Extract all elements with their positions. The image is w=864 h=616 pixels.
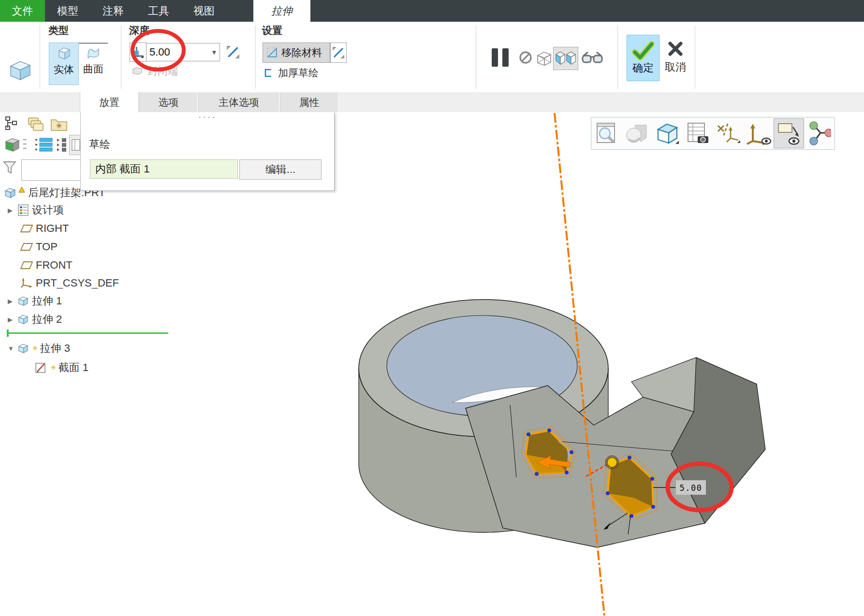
tree-item-right-plane[interactable]: RIGHT (20, 221, 69, 236)
spin-center-button[interactable] (804, 118, 835, 148)
pause-icon (502, 48, 509, 67)
green-cube-icon (4, 137, 20, 152)
ring-wall[interactable] (359, 368, 608, 532)
pause-icon (492, 48, 498, 67)
depth-value-input[interactable] (146, 43, 215, 61)
in-graphics-toolbar (591, 117, 835, 150)
cancel-x-icon (667, 41, 684, 57)
direction-arrow[interactable] (537, 456, 571, 469)
extrude-icon (17, 296, 29, 306)
dashboard-tab-strip: 放置 选项 主体选项 属性 (0, 92, 864, 112)
thicken-sketch-toggle[interactable]: 加厚草绘 (263, 66, 319, 80)
thicken-sketch-label: 加厚草绘 (278, 66, 319, 80)
sketch-offset-outline (604, 454, 657, 520)
refit-zoom-button[interactable] (591, 118, 622, 148)
arm-side-face[interactable] (671, 358, 765, 523)
show-tree-button[interactable] (4, 137, 20, 154)
depth-dropdown-button[interactable]: ▼ (209, 43, 220, 61)
extrude-dashboard: 类型 实体 曲面 深度 (0, 22, 864, 92)
wireframe-preview-button[interactable] (535, 50, 553, 69)
sketch-leader-line (586, 463, 609, 476)
remove-material-button[interactable]: 移除材料 (263, 43, 330, 63)
expand-arrow-icon[interactable]: ▶ (8, 298, 15, 305)
ring-top-face[interactable] (359, 300, 608, 437)
panel-drag-handle[interactable]: ···· (81, 113, 334, 120)
top-tab-bar: 文件 模型 注释 工具 视图 拉伸 (0, 0, 864, 22)
saved-views-button[interactable] (683, 118, 713, 148)
expand-arrow-icon[interactable]: ▶ (8, 207, 15, 214)
tree-filter-input[interactable] (21, 159, 81, 181)
tree-item-top-plane[interactable]: TOP (20, 240, 58, 254)
tab-model[interactable]: 模型 (45, 0, 90, 22)
type-group-label: 类型 (48, 24, 69, 37)
shading-cube-button[interactable] (652, 118, 683, 148)
solid-type-button[interactable]: 实体 (49, 43, 79, 85)
tree-item-label: 截面 1 (59, 360, 88, 375)
collapse-arrow-icon[interactable]: ▼ (8, 345, 15, 352)
favorites-folder-button[interactable]: ✳ (50, 117, 68, 133)
ring-bore[interactable] (387, 315, 577, 416)
sketch-hexagon-1[interactable] (526, 430, 571, 474)
insertion-locator-line[interactable] (7, 332, 168, 334)
remove-material-icon (266, 46, 278, 59)
tree-item-front-plane[interactable]: FRONT (20, 258, 73, 272)
flip-material-side-button[interactable] (330, 43, 347, 63)
depth-option-button[interactable] (130, 43, 146, 62)
tree-item-label: RIGHT (36, 222, 69, 235)
pause-button[interactable] (492, 48, 509, 67)
tree-item-section-1[interactable]: ✳ 截面 1 (35, 360, 88, 375)
blue-cube-icon (655, 122, 679, 145)
tree-item-extrude-1[interactable]: ▶ 拉伸 1 (8, 294, 62, 308)
no-preview-button[interactable] (519, 51, 532, 66)
depth-drag-handle[interactable] (607, 458, 617, 468)
dimension-value[interactable]: 5.00 (680, 483, 703, 493)
annotation-circle-dimension (668, 464, 732, 510)
tab-body-options[interactable]: 主体选项 (198, 92, 279, 112)
axis-display-button[interactable] (743, 118, 774, 148)
coordinate-system-icon (20, 277, 33, 289)
arm-front-face[interactable] (466, 386, 705, 547)
placement-panel: ···· 草绘 内部 截面 1 编辑... (80, 112, 335, 191)
tab-tools[interactable]: 工具 (136, 0, 181, 22)
tab-options[interactable]: 选项 (139, 92, 198, 112)
tree-filter-list-button[interactable] (34, 137, 53, 155)
filter-button[interactable] (3, 160, 16, 177)
tab-extrude-active[interactable]: 拉伸 (253, 0, 310, 22)
geometry-preview-button[interactable] (553, 47, 578, 70)
edit-sketch-button[interactable]: 编辑... (239, 159, 322, 180)
tab-properties[interactable]: 属性 (280, 92, 338, 112)
warning-triangle-icon (18, 186, 25, 193)
sketch-hexagon-2[interactable] (608, 458, 653, 516)
divider (121, 25, 121, 89)
flip-depth-direction-button[interactable] (224, 43, 242, 62)
tree-item-extrude-2[interactable]: ▶ 拉伸 2 (8, 312, 62, 327)
sketch-reference-field[interactable]: 内部 截面 1 (90, 159, 238, 179)
annotation-display-button[interactable] (774, 118, 804, 148)
sketch-section-label: 草绘 (89, 137, 110, 152)
tree-item-csys[interactable]: PRT_CSYS_DEF (20, 276, 119, 290)
dimension-label-box[interactable] (676, 480, 706, 495)
glasses-preview-button[interactable] (581, 50, 603, 68)
tree-item-design-items[interactable]: ▶ 设计项 (8, 203, 64, 217)
ok-check-icon (632, 41, 654, 61)
block-top-face[interactable] (631, 358, 757, 412)
tab-annotate[interactable]: 注释 (90, 0, 136, 22)
cancel-button[interactable]: 取消 (659, 35, 691, 80)
folders-button[interactable] (27, 116, 45, 134)
geometry-preview-icon (555, 51, 576, 66)
extrude-icon (17, 314, 29, 325)
ok-button[interactable]: 确定 (627, 35, 659, 81)
tab-placement[interactable]: 放置 (80, 92, 139, 112)
expand-arrow-icon[interactable]: ▶ (8, 316, 15, 323)
tree-item-extrude-3[interactable]: ▼ ✳ 拉伸 3 (8, 341, 70, 356)
surface-type-button[interactable]: 曲面 (79, 43, 108, 86)
model-tree-view-button[interactable] (5, 116, 19, 132)
centerline (555, 113, 604, 616)
drag-handle-ring (606, 456, 619, 469)
sketch-hex1-floor (526, 455, 567, 474)
tab-view[interactable]: 视图 (181, 0, 227, 22)
datum-display-button[interactable] (713, 118, 744, 148)
dots-handle-icon (23, 138, 27, 152)
display-style-button[interactable] (622, 118, 652, 148)
tab-file[interactable]: 文件 (0, 0, 45, 22)
